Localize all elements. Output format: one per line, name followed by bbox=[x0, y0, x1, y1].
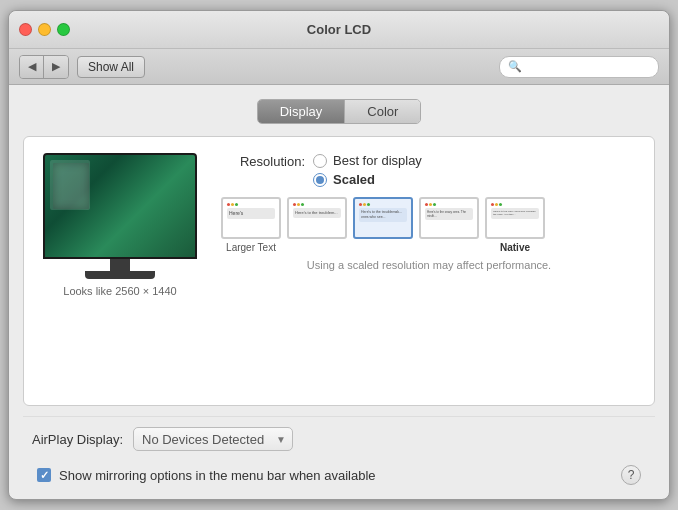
monitor-size-label: Looks like 2560 × 1440 bbox=[63, 285, 176, 297]
thumb-5-label: Native bbox=[500, 242, 530, 253]
radio-best-for-display[interactable]: Best for display bbox=[313, 153, 422, 168]
thumb-preview-4[interactable]: Here's to the crazy ones. The misfit... bbox=[419, 197, 479, 239]
mirroring-checkbox[interactable] bbox=[37, 468, 51, 482]
tab-color[interactable]: Color bbox=[345, 100, 420, 123]
airplay-row: AirPlay Display: No Devices Detected ▼ bbox=[23, 427, 655, 451]
monitor-screen bbox=[45, 155, 195, 257]
monitor-body bbox=[43, 153, 197, 259]
traffic-lights bbox=[19, 23, 70, 36]
thumb-native[interactable]: Here's to the crazy ones who changed the… bbox=[484, 197, 546, 253]
thumb-3-selected[interactable]: Here's to the troublemak... ones who see… bbox=[352, 197, 414, 253]
display-row: Looks like 2560 × 1440 Resolution: Best … bbox=[40, 153, 638, 297]
thumb-preview-1[interactable]: Here's bbox=[221, 197, 281, 239]
resolution-thumbnails: Here's Larger Text bbox=[220, 197, 638, 253]
tabs-container: Display Color bbox=[23, 99, 655, 124]
toolbar: ◀ ▶ Show All 🔍 bbox=[9, 49, 669, 85]
thumb-larger-text[interactable]: Here's Larger Text bbox=[220, 197, 282, 253]
thumb-preview-3[interactable]: Here's to the troublemak... ones who see… bbox=[353, 197, 413, 239]
search-input[interactable] bbox=[526, 60, 650, 74]
airplay-dropdown[interactable]: No Devices Detected ▼ bbox=[133, 427, 293, 451]
bottom-section: AirPlay Display: No Devices Detected ▼ S… bbox=[23, 416, 655, 489]
tab-display[interactable]: Display bbox=[258, 100, 346, 123]
search-box[interactable]: 🔍 bbox=[499, 56, 659, 78]
show-all-button[interactable]: Show All bbox=[77, 56, 145, 78]
chevron-down-icon: ▼ bbox=[276, 434, 286, 445]
maximize-button[interactable] bbox=[57, 23, 70, 36]
main-window: Color LCD ◀ ▶ Show All 🔍 Display Color bbox=[8, 10, 670, 500]
thumb-1-label: Larger Text bbox=[226, 242, 276, 253]
airplay-label: AirPlay Display: bbox=[23, 432, 123, 447]
resolution-row: Resolution: Best for display Scaled bbox=[220, 153, 638, 187]
mirroring-row: Show mirroring options in the menu bar w… bbox=[23, 461, 655, 489]
forward-button[interactable]: ▶ bbox=[44, 56, 68, 78]
thumb-4[interactable]: Here's to the crazy ones. The misfit... bbox=[418, 197, 480, 253]
minimize-button[interactable] bbox=[38, 23, 51, 36]
back-button[interactable]: ◀ bbox=[20, 56, 44, 78]
radio-scaled-btn[interactable] bbox=[313, 173, 327, 187]
monitor-image: Looks like 2560 × 1440 bbox=[40, 153, 200, 297]
radio-scaled-label: Scaled bbox=[333, 172, 375, 187]
radio-best-label: Best for display bbox=[333, 153, 422, 168]
main-panel: Looks like 2560 × 1440 Resolution: Best … bbox=[23, 136, 655, 406]
mirroring-label: Show mirroring options in the menu bar w… bbox=[59, 468, 376, 483]
monitor-stand-neck bbox=[110, 259, 130, 271]
resolution-label: Resolution: bbox=[220, 153, 305, 169]
radio-options: Best for display Scaled bbox=[313, 153, 422, 187]
close-button[interactable] bbox=[19, 23, 32, 36]
performance-note: Using a scaled resolution may affect per… bbox=[220, 259, 638, 271]
nav-buttons: ◀ ▶ bbox=[19, 55, 69, 79]
window-title: Color LCD bbox=[307, 22, 371, 37]
airplay-dropdown-value: No Devices Detected bbox=[142, 432, 264, 447]
settings-panel: Resolution: Best for display Scaled bbox=[220, 153, 638, 271]
monitor-stand-base bbox=[85, 271, 155, 279]
tab-group: Display Color bbox=[257, 99, 422, 124]
help-button[interactable]: ? bbox=[621, 465, 641, 485]
content-area: Display Color Looks like 2560 × 1440 bbox=[9, 85, 669, 499]
thumb-preview-2[interactable]: Here's to the troublem... bbox=[287, 197, 347, 239]
thumb-preview-5[interactable]: Here's to the crazy ones who changed the… bbox=[485, 197, 545, 239]
radio-scaled[interactable]: Scaled bbox=[313, 172, 422, 187]
thumb-2[interactable]: Here's to the troublem... bbox=[286, 197, 348, 253]
titlebar: Color LCD bbox=[9, 11, 669, 49]
search-icon: 🔍 bbox=[508, 60, 522, 73]
radio-best-btn[interactable] bbox=[313, 154, 327, 168]
